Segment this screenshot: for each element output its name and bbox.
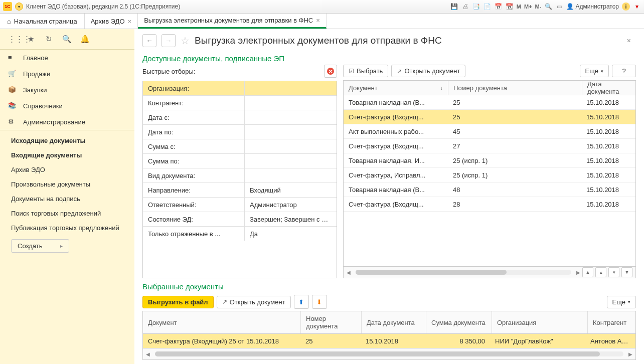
panels-icon[interactable]: ▭ — [555, 3, 563, 11]
apps-icon[interactable]: ⋮⋮⋮ — [8, 35, 17, 44]
col-date[interactable]: Дата документа — [582, 81, 635, 95]
h-scrollbar[interactable] — [356, 270, 571, 275]
filter-row[interactable]: Направление:Входящий — [143, 183, 337, 198]
filter-row[interactable]: Сумма по: — [143, 154, 337, 168]
col-sum[interactable]: Сумма документа — [426, 311, 492, 333]
row-up-button[interactable]: ▴ — [595, 267, 606, 277]
filter-row[interactable]: Контрагент: — [143, 96, 337, 110]
sidebar-link-out[interactable]: Исходящие документы — [0, 133, 134, 148]
scroll-right-icon[interactable]: ▶ — [576, 270, 580, 275]
calc-icon[interactable]: 📄 — [484, 3, 492, 11]
scroll-right-icon[interactable]: ▶ — [628, 351, 632, 357]
export-button[interactable]: Выгрузить в файл — [142, 296, 214, 308]
help-button[interactable]: ? — [612, 65, 636, 77]
close-icon[interactable]: × — [316, 17, 320, 24]
filter-row[interactable]: Состояние ЭД:Завершен; Завершен с ис... — [143, 212, 337, 227]
table-row[interactable]: Акт выполненных рабо...4515.10.2018 — [344, 124, 635, 139]
filter-key: Состояние ЭД: — [143, 212, 245, 226]
table-row[interactable]: Счет-фактура (Входящ...2715.10.2018 — [344, 139, 635, 153]
filter-row[interactable]: Ответственный:Администратор — [143, 198, 337, 212]
favorite-icon[interactable]: ☆ — [181, 35, 190, 47]
sidebar-link-search-offers[interactable]: Поиск торговых предложений — [0, 206, 134, 221]
filter-row[interactable]: Организация: — [143, 81, 337, 96]
table-row[interactable]: Счет-фактура, Исправл...25 (испр. 1)15.1… — [344, 168, 635, 183]
col-contractor[interactable]: Контрагент — [588, 311, 635, 333]
tab-home[interactable]: ⌂ Начальная страница — [0, 14, 85, 29]
col-number[interactable]: Номер документа — [448, 81, 582, 95]
filter-row[interactable]: Дата с: — [143, 110, 337, 125]
sidebar-item-label: Главное — [23, 54, 48, 62]
close-button[interactable]: × — [627, 37, 636, 45]
print-icon[interactable]: 🖨 — [461, 3, 469, 11]
nav-forward-button[interactable]: → — [162, 34, 176, 47]
dropdown-icon[interactable]: ▾ — [15, 3, 23, 11]
col-date[interactable]: Дата документа — [362, 311, 426, 333]
menu-arrow-icon[interactable]: ▾ — [633, 3, 641, 11]
create-button[interactable]: Создать▸ — [11, 239, 69, 253]
m-minus-button[interactable]: M- — [535, 4, 542, 10]
select-button[interactable]: ☑Выбрать — [343, 65, 388, 77]
scroll-left-icon[interactable]: ◀ — [146, 351, 150, 357]
col-document[interactable]: Документ↓ — [344, 81, 448, 95]
h-scrollbar[interactable] — [155, 351, 623, 356]
more-button[interactable]: Еще ▾ — [580, 65, 609, 77]
clear-filters-button[interactable]: ✕ — [324, 65, 337, 78]
filter-value[interactable]: Завершен; Завершен с ис... — [245, 216, 337, 223]
search-icon[interactable]: 🔍 — [62, 35, 71, 44]
sidebar-link-archive[interactable]: Архив ЭДО — [0, 162, 134, 177]
sidebar-link-in[interactable]: Входящие документы — [0, 148, 134, 162]
move-down-button[interactable]: ⬇ — [312, 295, 327, 309]
sidebar-link-custom[interactable]: Произвольные документы — [0, 177, 134, 192]
current-user[interactable]: 👤 Администратор — [566, 3, 619, 10]
row-down-button[interactable]: ▾ — [608, 267, 619, 277]
jump-bottom-button[interactable]: ▼ — [621, 267, 632, 277]
info-icon[interactable]: i — [622, 3, 630, 11]
save-icon[interactable]: 💾 — [450, 3, 458, 11]
scroll-left-icon[interactable]: ◀ — [347, 270, 351, 275]
bell-icon[interactable]: 🔔 — [80, 35, 89, 44]
filter-value[interactable]: Входящий — [245, 187, 337, 194]
col-number[interactable]: Номер документа — [301, 311, 362, 333]
table-row[interactable]: Счет-фактура (Входящий) 25 от 15.10.2018… — [143, 334, 635, 348]
star-icon[interactable]: ★ — [26, 35, 35, 44]
open-doc-button[interactable]: ↗Открыть документ — [391, 65, 465, 77]
table-row[interactable]: Счет-фактура (Входящ...2515.10.2018 — [344, 110, 635, 124]
sidebar-item-sales[interactable]: 🛒Продажи — [0, 66, 134, 82]
m-plus-button[interactable]: M+ — [524, 4, 532, 10]
filter-value[interactable]: Администратор — [245, 201, 337, 209]
table-row[interactable]: Счет-фактура (Входящ...2815.10.2018 — [344, 197, 635, 212]
logo-1c-icon: 1C — [3, 2, 12, 11]
filter-row[interactable]: Сумма с: — [143, 139, 337, 154]
sidebar-item-purchases[interactable]: 📦Закупки — [0, 82, 134, 98]
sidebar-item-admin[interactable]: ⚙Администрирование — [0, 114, 134, 130]
sidebar-link-publish[interactable]: Публикация торговых предложений — [0, 221, 134, 235]
tab-archive[interactable]: Архив ЭДО × — [85, 14, 138, 29]
table-row[interactable]: Товарная накладная (В...4815.10.2018 — [344, 183, 635, 197]
zoom-icon[interactable]: 🔍 — [544, 3, 552, 11]
m-button[interactable]: M — [517, 4, 521, 10]
history-icon[interactable]: ↻ — [44, 35, 53, 44]
filter-row[interactable]: Дата по: — [143, 125, 337, 139]
filter-value[interactable]: Да — [245, 230, 337, 238]
jump-top-button[interactable]: ▲ — [582, 267, 593, 277]
sidebar-item-refs[interactable]: 📚Справочники — [0, 98, 134, 114]
calendar-icon[interactable]: 📅 — [495, 3, 503, 11]
filter-row[interactable]: Вид документа: — [143, 168, 337, 183]
move-up-button[interactable]: ⬆ — [294, 295, 309, 309]
open-selected-button[interactable]: ↗Открыть документ — [217, 296, 291, 308]
more-selected-button[interactable]: Еще ▾ — [607, 296, 636, 308]
scrollbar-thumb[interactable] — [155, 351, 600, 356]
nav-back-button[interactable]: ← — [142, 34, 156, 47]
table-row[interactable]: Товарная накладная, И...25 (испр. 1)15.1… — [344, 153, 635, 168]
sidebar-link-sign[interactable]: Документы на подпись — [0, 192, 134, 206]
compare-icon[interactable]: 📑 — [472, 3, 480, 11]
col-document[interactable]: Документ — [143, 311, 301, 333]
close-icon[interactable]: × — [128, 18, 132, 25]
schedule-icon[interactable]: 📆 — [506, 3, 514, 11]
col-org[interactable]: Организация — [492, 311, 588, 333]
filter-row[interactable]: Только отраженные в ...Да — [143, 227, 337, 241]
table-row[interactable]: Товарная накладная (В...2515.10.2018 — [344, 95, 635, 110]
scrollbar-thumb[interactable] — [356, 270, 507, 275]
tab-export-fns[interactable]: Выгрузка электронных документов для отпр… — [138, 14, 327, 29]
sidebar-item-main[interactable]: ≡Главное — [0, 50, 134, 66]
